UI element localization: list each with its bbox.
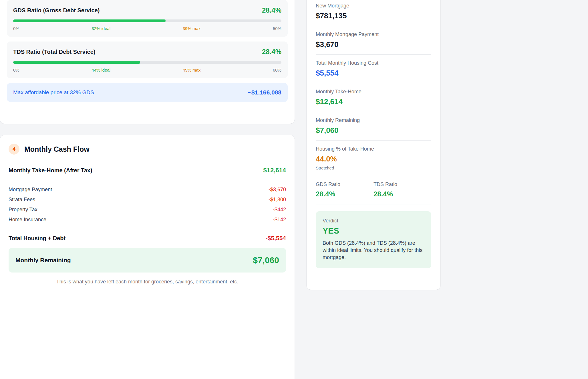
tds-ratio-header: TDS Ratio (Total Debt Service) 28.4% bbox=[13, 48, 281, 56]
monthly-cash-flow-card: 4 Monthly Cash Flow Monthly Take-Home (A… bbox=[0, 135, 295, 379]
expense-value: -$142 bbox=[273, 217, 286, 223]
gds-ratio-header: GDS Ratio (Gross Debt Service) 28.4% bbox=[13, 6, 281, 14]
cash-flow-header: 4 Monthly Cash Flow bbox=[9, 144, 286, 155]
gds-scale-min: 0% bbox=[13, 26, 19, 31]
expense-label: Mortgage Payment bbox=[9, 187, 52, 193]
monthly-remaining-value: $7,060 bbox=[253, 255, 279, 265]
tds-progress-track bbox=[13, 61, 281, 64]
summary-note-stretched: Stretched bbox=[316, 165, 431, 170]
results-summary-sidebar: New Mortgage $781,135 Monthly Mortgage P… bbox=[307, 0, 440, 290]
expense-label: Property Tax bbox=[9, 207, 37, 213]
expense-row-strata-fees: Strata Fees -$1,300 bbox=[9, 195, 286, 205]
tds-scale-end: 60% bbox=[273, 68, 281, 72]
verdict-value: YES bbox=[323, 226, 424, 236]
gds-scale-max: 39% max bbox=[183, 26, 201, 31]
expense-value: -$442 bbox=[273, 207, 286, 213]
summary-gds-label: GDS Ratio bbox=[316, 181, 374, 187]
summary-label: New Mortgage bbox=[316, 3, 431, 9]
take-home-label: Monthly Take-Home (After Tax) bbox=[9, 167, 92, 174]
summary-item-monthly-remaining: Monthly Remaining $7,060 bbox=[316, 117, 431, 141]
monthly-remaining-label: Monthly Remaining bbox=[15, 257, 71, 264]
gds-ratio-value: 28.4% bbox=[262, 6, 281, 14]
expense-list: Mortgage Payment -$3,670 Strata Fees -$1… bbox=[9, 181, 286, 229]
step-number-badge: 4 bbox=[9, 144, 19, 155]
tds-scale-max: 49% max bbox=[183, 68, 201, 72]
gds-ratio-panel: GDS Ratio (Gross Debt Service) 28.4% 0% … bbox=[7, 0, 288, 37]
summary-item-monthly-take-home: Monthly Take-Home $12,614 bbox=[316, 89, 431, 112]
remaining-caption: This is what you have left each month fo… bbox=[9, 279, 286, 285]
verdict-text: Both GDS (28.4%) and TDS (28.4%) are wit… bbox=[323, 240, 424, 261]
summary-label: Monthly Mortgage Payment bbox=[316, 31, 431, 37]
summary-tds-label: TDS Ratio bbox=[374, 181, 431, 187]
summary-item-housing-pct-take-home: Housing % of Take-Home 44.0% Stretched bbox=[316, 146, 431, 176]
gds-ratio-title: GDS Ratio (Gross Debt Service) bbox=[13, 7, 100, 14]
tds-scale: 0% 44% ideal 49% max 60% bbox=[13, 68, 281, 72]
summary-ratio-columns: GDS Ratio 28.4% TDS Ratio 28.4% bbox=[316, 181, 431, 204]
gds-scale-end: 50% bbox=[273, 26, 281, 31]
tds-scale-ideal: 44% ideal bbox=[92, 68, 110, 72]
tds-progress-fill bbox=[13, 61, 140, 64]
max-price-value: ~$1,166,088 bbox=[248, 89, 281, 96]
expense-label: Home Insurance bbox=[9, 217, 46, 223]
summary-label: Monthly Take-Home bbox=[316, 89, 431, 95]
max-affordable-price-banner: Max affordable price at 32% GDS ~$1,166,… bbox=[7, 83, 288, 102]
summary-item-new-mortgage: New Mortgage $781,135 bbox=[316, 3, 431, 26]
tds-ratio-title: TDS Ratio (Total Debt Service) bbox=[13, 49, 95, 55]
summary-gds-ratio: GDS Ratio 28.4% bbox=[316, 181, 374, 198]
summary-value: $5,554 bbox=[316, 69, 431, 78]
monthly-remaining-banner: Monthly Remaining $7,060 bbox=[9, 248, 286, 273]
tds-ratio-panel: TDS Ratio (Total Debt Service) 28.4% 0% … bbox=[7, 42, 288, 78]
summary-label: Monthly Remaining bbox=[316, 117, 431, 123]
summary-value: $12,614 bbox=[316, 97, 431, 106]
cash-flow-title: Monthly Cash Flow bbox=[24, 145, 90, 153]
debt-ratios-card: GDS Ratio (Gross Debt Service) 28.4% 0% … bbox=[0, 0, 295, 124]
expense-row-mortgage-payment: Mortgage Payment -$3,670 bbox=[9, 185, 286, 195]
verdict-box: Verdict YES Both GDS (28.4%) and TDS (28… bbox=[316, 211, 431, 268]
summary-item-monthly-mortgage-payment: Monthly Mortgage Payment $3,670 bbox=[316, 31, 431, 55]
summary-value: $7,060 bbox=[316, 126, 431, 135]
max-price-label: Max affordable price at 32% GDS bbox=[13, 89, 94, 96]
summary-item-total-monthly-housing-cost: Total Monthly Housing Cost $5,554 bbox=[316, 60, 431, 83]
expense-label: Strata Fees bbox=[9, 197, 35, 203]
expense-value: -$1,300 bbox=[269, 197, 286, 203]
gds-progress-fill bbox=[13, 19, 166, 22]
gds-progress-track bbox=[13, 19, 281, 22]
gds-scale: 0% 32% ideal 39% max 50% bbox=[13, 26, 281, 31]
total-housing-debt-label: Total Housing + Debt bbox=[9, 235, 65, 242]
summary-label: Total Monthly Housing Cost bbox=[316, 60, 431, 66]
take-home-value: $12,614 bbox=[263, 167, 286, 174]
tds-ratio-value: 28.4% bbox=[262, 48, 281, 56]
gds-scale-ideal: 32% ideal bbox=[92, 26, 110, 31]
total-housing-debt-row: Total Housing + Debt -$5,554 bbox=[9, 229, 286, 248]
summary-gds-value: 28.4% bbox=[316, 190, 374, 198]
verdict-label: Verdict bbox=[323, 218, 424, 224]
summary-value: 44.0% bbox=[316, 155, 431, 163]
expense-row-property-tax: Property Tax -$442 bbox=[9, 205, 286, 215]
take-home-row: Monthly Take-Home (After Tax) $12,614 bbox=[9, 167, 286, 181]
expense-row-home-insurance: Home Insurance -$142 bbox=[9, 215, 286, 225]
summary-tds-ratio: TDS Ratio 28.4% bbox=[374, 181, 431, 198]
summary-tds-value: 28.4% bbox=[374, 190, 431, 198]
summary-label: Housing % of Take-Home bbox=[316, 146, 431, 152]
total-housing-debt-value: -$5,554 bbox=[266, 235, 286, 242]
summary-value: $3,670 bbox=[316, 40, 431, 49]
expense-value: -$3,670 bbox=[269, 187, 286, 193]
tds-scale-min: 0% bbox=[13, 68, 19, 72]
summary-value: $781,135 bbox=[316, 11, 431, 20]
